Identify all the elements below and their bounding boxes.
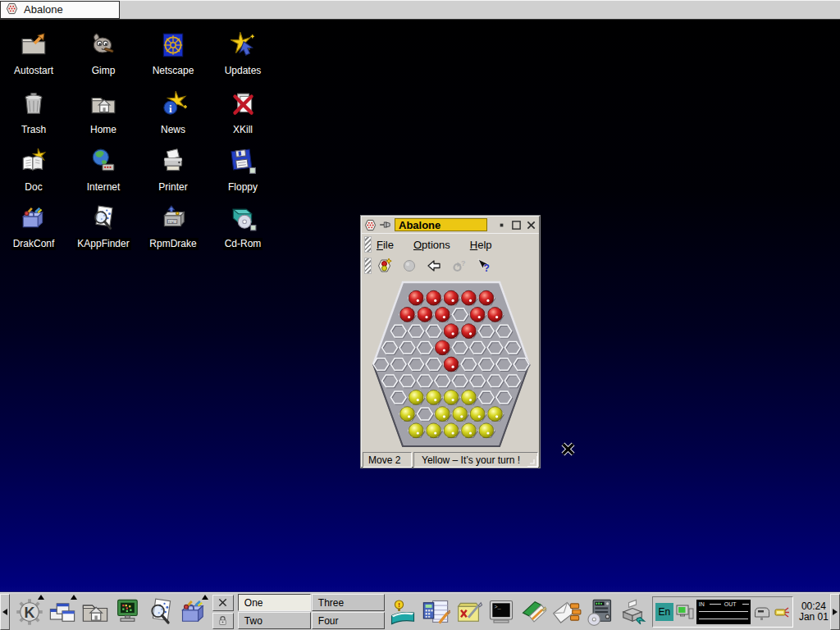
desktop-icon-floppy[interactable]: Floppy xyxy=(207,148,279,194)
toolbar-drag-handle[interactable] xyxy=(364,258,372,274)
desktop-icon-label: Autostart xyxy=(12,65,55,77)
resize-grip[interactable] xyxy=(527,455,538,468)
drakconf-icon xyxy=(20,204,48,232)
help-button[interactable]: ! xyxy=(386,595,419,629)
desktop-icon-netscape[interactable]: Netscape xyxy=(137,31,209,77)
svg-text:i: i xyxy=(169,103,172,115)
xkill-icon xyxy=(229,90,257,118)
menu-help[interactable]: Help xyxy=(470,239,492,251)
desktop-icon-xkill[interactable]: XKill xyxy=(207,90,279,136)
kppp-monitor-icon[interactable] xyxy=(675,602,695,622)
pager-desktop-two[interactable]: Two xyxy=(238,612,311,629)
panel-hide-right-button[interactable] xyxy=(830,594,840,630)
panel-hide-left-button[interactable] xyxy=(0,594,10,630)
desktop-icon-label: Updates xyxy=(223,65,263,77)
svg-text:?: ? xyxy=(461,259,466,267)
undo-button[interactable] xyxy=(426,258,442,274)
desktop-icon-label: Netscape xyxy=(151,65,196,77)
desktop-icon-internet[interactable]: Internet xyxy=(67,148,139,194)
pager-desktop-four[interactable]: Four xyxy=(312,612,385,629)
desktop-icon-label: KAppFinder xyxy=(75,238,130,250)
statusbar: Move 2 Yellow – It’s your turn ! xyxy=(362,452,539,468)
internet-icon xyxy=(89,148,117,176)
game-board-area[interactable] xyxy=(362,276,539,452)
hint-button xyxy=(401,258,418,274)
mail-button[interactable] xyxy=(550,595,583,629)
popup-arrow-icon xyxy=(38,595,44,600)
media-button[interactable] xyxy=(583,595,616,629)
clock-date: Jan 01 xyxy=(797,612,830,623)
editor-button[interactable] xyxy=(518,595,550,629)
close-button[interactable] xyxy=(525,219,536,231)
doc-icon xyxy=(20,148,48,176)
notes-button[interactable] xyxy=(452,595,485,629)
desktop-icon-news[interactable]: iNews xyxy=(137,90,209,136)
gimp-icon xyxy=(89,31,117,59)
taskbar-task-label: Abalone xyxy=(24,3,63,16)
taskbar-task-abalone[interactable]: Abalone xyxy=(0,1,120,19)
floppy-icon xyxy=(229,148,257,176)
svg-text:?: ? xyxy=(484,262,490,274)
window-list-button[interactable] xyxy=(46,595,79,629)
konsole-button[interactable]: >_ xyxy=(485,595,518,629)
utilities-button[interactable] xyxy=(419,595,452,629)
status-turn: Yellow – It’s your turn ! xyxy=(413,452,538,468)
netscape-icon xyxy=(159,31,187,59)
toolbox-button[interactable] xyxy=(177,595,210,629)
desktop-icon-label: Cd-Rom xyxy=(223,238,263,250)
abalone-window: Abalone FileOptionsHelp ?? Move 2 Yellow… xyxy=(361,216,540,468)
rpmdrake-icon: RPM xyxy=(159,204,187,232)
menubar-drag-handle[interactable] xyxy=(364,236,372,253)
svg-text:RPM: RPM xyxy=(168,220,177,224)
desktop: Abalone AutostartGimpNetscapeUpdatesTras… xyxy=(0,0,840,630)
appfinder-button[interactable] xyxy=(144,595,177,629)
desktop-icon-doc[interactable]: Doc xyxy=(0,148,70,194)
svg-text:>_: >_ xyxy=(494,604,501,610)
menu-options[interactable]: Options xyxy=(413,239,450,251)
desktop-icon-gimp[interactable]: Gimp xyxy=(67,31,139,77)
pager-desktop-one[interactable]: One xyxy=(238,594,311,611)
pager-desktop-three[interactable]: Three xyxy=(312,594,385,611)
desktop-icon-printer[interactable]: Printer xyxy=(137,148,209,194)
korn-icon[interactable] xyxy=(774,604,790,620)
k-menu-button[interactable]: K xyxy=(13,595,46,629)
lock-button[interactable] xyxy=(212,613,234,629)
desktop-icon-kappfinder[interactable]: KAppFinder xyxy=(67,204,139,250)
desktop-icon-autostart[interactable]: Autostart xyxy=(0,31,70,77)
window-icon xyxy=(364,219,377,231)
desktop-icon-rpmdrake[interactable]: RPMRpmDrake xyxy=(137,204,209,250)
desktop-icon-updates[interactable]: Updates xyxy=(207,31,279,77)
menubar: FileOptionsHelp xyxy=(362,233,539,255)
minimize-button[interactable] xyxy=(495,219,507,231)
clock-time: 00:24 xyxy=(797,601,830,612)
redo-button: ? xyxy=(450,258,467,274)
desktop-icon-trash[interactable]: Trash xyxy=(0,90,70,136)
desktop-icon-label: RpmDrake xyxy=(148,238,198,250)
desktop-icon-label: Gimp xyxy=(90,65,117,77)
maximize-button[interactable] xyxy=(510,219,522,231)
new-game-button[interactable] xyxy=(377,258,393,274)
titlebar[interactable]: Abalone xyxy=(362,217,539,233)
keyboard-layout-indicator[interactable]: En xyxy=(655,603,673,621)
updates-icon xyxy=(229,31,257,59)
desktop-icon-label: DrakConf xyxy=(11,238,57,250)
desktop-icon-drakconf[interactable]: DrakConf xyxy=(0,204,70,250)
desktop-icon-home[interactable]: Home xyxy=(67,90,139,136)
logout-button[interactable] xyxy=(212,595,234,611)
print-button[interactable] xyxy=(616,595,649,629)
kappfinder-icon xyxy=(89,204,117,232)
pin-icon[interactable] xyxy=(380,220,391,230)
panel-clock[interactable]: 00:24 Jan 01 xyxy=(797,601,830,623)
desktop-icon-label: Trash xyxy=(20,124,48,136)
cdrom-icon xyxy=(229,204,257,232)
mailbox-icon[interactable] xyxy=(752,602,772,622)
abalone-board[interactable] xyxy=(362,276,539,452)
context-help-button[interactable]: ? xyxy=(475,258,491,274)
terminal-button[interactable] xyxy=(112,595,144,629)
desktop-icon-cd-rom[interactable]: Cd-Rom xyxy=(207,204,279,250)
network-monitor[interactable]: IN OUT xyxy=(696,600,751,624)
menu-file[interactable]: File xyxy=(377,239,394,251)
svg-text:K: K xyxy=(24,604,34,620)
home-button[interactable] xyxy=(79,595,112,629)
desktop-icon-label: Printer xyxy=(157,181,189,194)
